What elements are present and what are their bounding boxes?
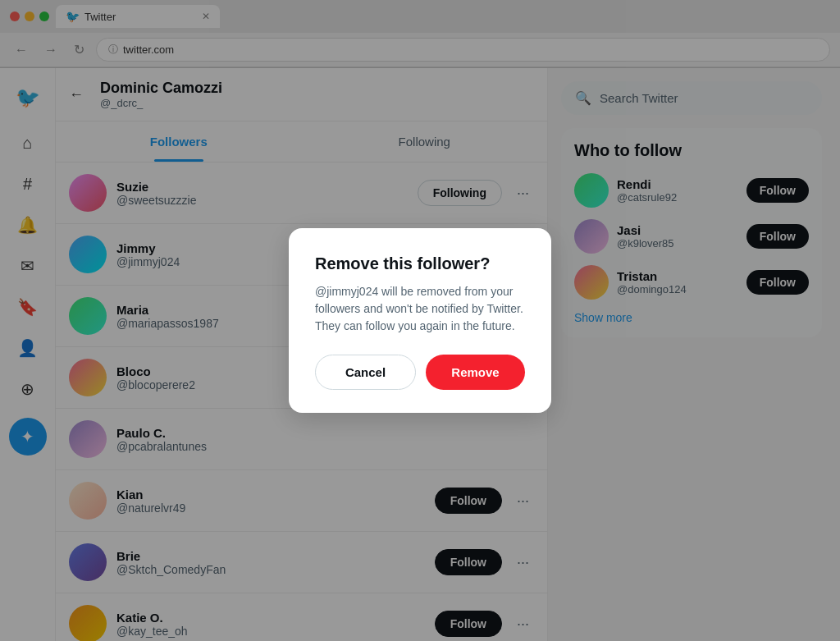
- remove-follower-modal: Remove this follower? @jimmyj024 will be…: [289, 228, 551, 413]
- cancel-button[interactable]: Cancel: [315, 355, 416, 390]
- modal-body: @jimmyj024 will be removed from your fol…: [315, 283, 525, 335]
- remove-button[interactable]: Remove: [426, 355, 525, 390]
- modal-actions: Cancel Remove: [315, 355, 525, 390]
- modal-title: Remove this follower?: [315, 254, 525, 273]
- modal-overlay[interactable]: Remove this follower? @jimmyj024 will be…: [0, 0, 840, 641]
